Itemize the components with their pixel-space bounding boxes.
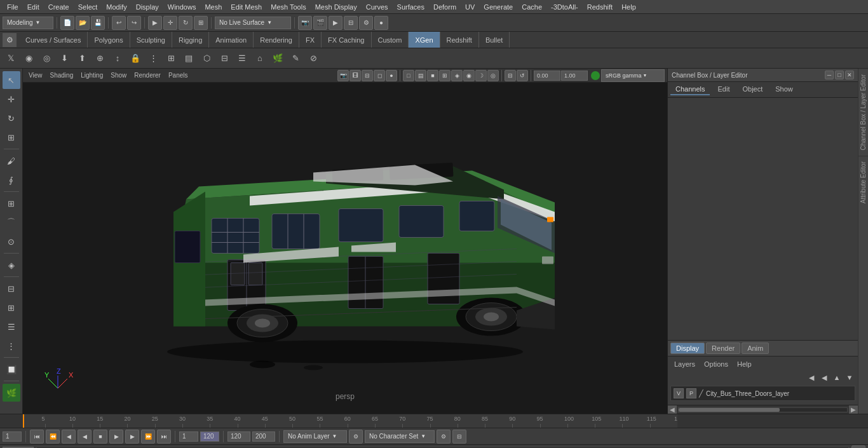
no-character-set-dropdown[interactable]: No Character Set ▼: [365, 430, 435, 443]
python-execute-btn[interactable]: ▶: [851, 445, 865, 449]
vp-show-btn[interactable]: Show: [107, 71, 130, 79]
layers-tab-options[interactable]: Options: [700, 359, 732, 369]
layers-del-btn[interactable]: ◀: [818, 372, 830, 383]
vp-res-icon[interactable]: ⊟: [362, 70, 373, 81]
xgen-icon2[interactable]: ◉: [20, 50, 37, 67]
vp-shade1[interactable]: □: [403, 70, 414, 81]
panel-minimize-btn[interactable]: ─: [825, 71, 834, 79]
cb-tab-channels[interactable]: Channels: [670, 84, 710, 95]
attribute-btn[interactable]: ☰: [3, 318, 20, 336]
disp-tab-render[interactable]: Render: [706, 343, 740, 354]
move-tool-btn[interactable]: ✛: [3, 90, 20, 108]
xgen-icon9[interactable]: ⋮: [145, 50, 161, 67]
xgen-icon8[interactable]: 🔒: [127, 50, 144, 67]
menu-deform[interactable]: Deform: [429, 2, 461, 12]
scroll-thumb[interactable]: [679, 408, 780, 412]
vp-cam-icon[interactable]: 📷: [337, 70, 349, 81]
save-btn[interactable]: 💾: [91, 16, 105, 30]
layers-up-btn[interactable]: ▲: [831, 372, 843, 383]
isolate-btn[interactable]: ◈: [3, 256, 20, 274]
hypershade-btn[interactable]: ●: [374, 16, 388, 30]
scroll-track[interactable]: [678, 407, 848, 412]
xgen-icon11[interactable]: ▤: [180, 50, 197, 67]
vp-shade2[interactable]: ▤: [415, 70, 426, 81]
open-btn[interactable]: 📂: [76, 16, 90, 30]
anim-start-field[interactable]: [227, 431, 250, 442]
paint-btn[interactable]: 🖌: [3, 152, 20, 170]
snap-grid-btn[interactable]: ⊞: [3, 194, 20, 212]
vp-hud-icon[interactable]: ●: [386, 70, 397, 81]
char-set-extra-btn[interactable]: ⊟: [452, 430, 466, 444]
vp-shading-btn[interactable]: Shading: [47, 71, 77, 79]
tab-fx-caching[interactable]: FX Caching: [322, 32, 371, 48]
tab-rendering[interactable]: Rendering: [254, 32, 299, 48]
xgen-icon6[interactable]: ⊕: [92, 50, 108, 67]
tab-polygons[interactable]: Polygons: [88, 32, 130, 48]
edge-tab-attribute-editor[interactable]: Attribute Editor: [858, 156, 868, 208]
tab-rigging[interactable]: Rigging: [172, 32, 209, 48]
xgen-icon18[interactable]: ⊘: [305, 50, 322, 67]
menu-uv[interactable]: UV: [461, 2, 479, 12]
outliner-btn[interactable]: ⋮: [3, 337, 20, 355]
menu-surfaces[interactable]: Surfaces: [393, 2, 429, 12]
menu-modify[interactable]: Modify: [102, 2, 131, 12]
panel-maximize-btn[interactable]: □: [835, 71, 844, 79]
vp-renderer-btn[interactable]: Renderer: [131, 71, 164, 79]
menu-edit[interactable]: Edit: [23, 2, 44, 12]
vp-shadow[interactable]: ☽: [475, 70, 487, 81]
play-fwd-btn[interactable]: ▶: [109, 430, 123, 444]
menu-windows[interactable]: Windows: [163, 2, 201, 12]
vp-wireframe[interactable]: ⊞: [439, 70, 451, 81]
tab-custom[interactable]: Custom: [372, 32, 409, 48]
step-fwd-btn[interactable]: ⏩: [141, 430, 155, 444]
next-frame-btn[interactable]: ▶: [125, 430, 139, 444]
layers-tab-help[interactable]: Help: [733, 359, 756, 369]
rotate-tool[interactable]: ↻: [179, 16, 193, 30]
vp-film-icon[interactable]: 🎞: [349, 70, 361, 81]
go-to-end-btn[interactable]: ⏭: [157, 430, 171, 444]
menu-curves[interactable]: Curves: [362, 2, 393, 12]
range-end-field[interactable]: [200, 431, 219, 442]
layers-tab-layers[interactable]: Layers: [670, 359, 699, 369]
range-start-field[interactable]: [179, 431, 198, 442]
lasso-btn[interactable]: ∮: [3, 171, 20, 189]
step-back-btn[interactable]: ⏪: [46, 430, 60, 444]
menu-mesh[interactable]: Mesh: [200, 2, 226, 12]
prev-frame-btn[interactable]: ◀: [62, 430, 76, 444]
menu-help[interactable]: Help: [617, 2, 641, 12]
xgen-icon17[interactable]: ✎: [287, 50, 304, 67]
menu-create[interactable]: Create: [44, 2, 74, 12]
menu-mesh-tools[interactable]: Mesh Tools: [266, 2, 310, 12]
scale-tool[interactable]: ⊞: [194, 16, 208, 30]
layers-new-btn[interactable]: ◀: [806, 372, 817, 383]
current-frame-field[interactable]: [3, 431, 22, 442]
xgen-icon3[interactable]: ◎: [38, 50, 55, 67]
tab-animation[interactable]: Animation: [209, 32, 254, 48]
vp-ao[interactable]: ◎: [487, 70, 499, 81]
play-back-btn[interactable]: ◀: [78, 430, 92, 444]
xgen-icon13[interactable]: ⊟: [216, 50, 233, 67]
xgen-icon5[interactable]: ⬆: [74, 50, 90, 67]
move-tool[interactable]: ✛: [163, 16, 177, 30]
scroll-left-btn[interactable]: ◀: [668, 405, 677, 414]
menu-3dtoa[interactable]: -3DtoAll-: [546, 2, 583, 12]
layers-down-btn[interactable]: ▼: [844, 372, 855, 383]
vp-iso1[interactable]: ⊟: [505, 70, 516, 81]
xgen-icon4[interactable]: ⬇: [56, 50, 72, 67]
vp-iso2[interactable]: ↺: [517, 70, 528, 81]
layer-v-btn[interactable]: V: [674, 388, 684, 398]
render-settings-btn[interactable]: ⚙: [359, 16, 373, 30]
edge-tab-channel-box[interactable]: Channel Box / Layer Editor: [858, 69, 868, 156]
color-space-dropdown[interactable]: sRGB gamma ▼: [601, 69, 665, 82]
rotate-tool-btn[interactable]: ↻: [3, 109, 20, 127]
coord-x-field[interactable]: [534, 71, 560, 81]
tab-sculpting[interactable]: Sculpting: [130, 32, 172, 48]
xgen-logo-btn[interactable]: 🌿: [3, 384, 20, 402]
ipr-btn[interactable]: ▶: [329, 16, 342, 30]
menu-display[interactable]: Display: [132, 2, 163, 12]
vp-light[interactable]: ◉: [463, 70, 475, 81]
viewport-canvas[interactable]: persp X Y Z: [23, 83, 667, 414]
menu-generate[interactable]: Generate: [479, 2, 517, 12]
layer-p-btn[interactable]: P: [686, 388, 696, 398]
menu-mesh-display[interactable]: Mesh Display: [311, 2, 362, 12]
